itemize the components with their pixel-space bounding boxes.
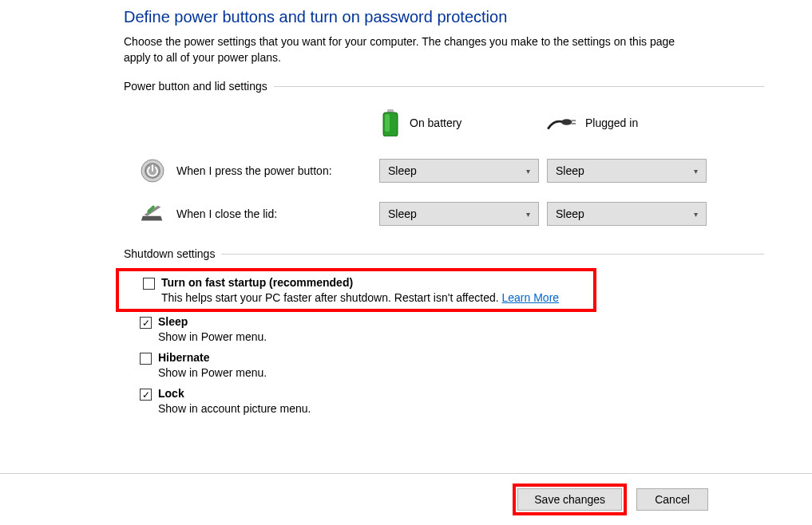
power-button-battery-dropdown[interactable]: Sleep ▾ bbox=[379, 159, 539, 183]
chevron-down-icon: ▾ bbox=[694, 167, 698, 176]
svg-rect-2 bbox=[385, 114, 390, 132]
learn-more-link[interactable]: Learn More bbox=[502, 291, 560, 304]
power-button-icon bbox=[140, 158, 165, 184]
close-lid-battery-dropdown[interactable]: Sleep ▾ bbox=[379, 202, 539, 226]
save-button-highlight: Save changes bbox=[513, 484, 627, 515]
battery-icon bbox=[379, 109, 402, 137]
power-button-label: When I press the power button: bbox=[176, 164, 332, 177]
cancel-button[interactable]: Cancel bbox=[636, 488, 708, 511]
chevron-down-icon: ▾ bbox=[526, 167, 530, 176]
svg-rect-5 bbox=[571, 123, 576, 124]
power-button-row: When I press the power button: bbox=[140, 152, 371, 190]
chevron-down-icon: ▾ bbox=[694, 210, 698, 219]
close-lid-row: When I close the lid: bbox=[140, 196, 371, 231]
lock-checkbox[interactable] bbox=[140, 389, 152, 401]
plugged-in-column-header: Plugged in bbox=[547, 107, 707, 139]
close-lid-plugged-value: Sleep bbox=[556, 207, 584, 220]
hibernate-desc: Show in Power menu. bbox=[158, 366, 764, 379]
lock-label: Lock bbox=[158, 387, 184, 400]
laptop-lid-icon bbox=[140, 203, 165, 225]
hibernate-label: Hibernate bbox=[158, 351, 210, 364]
svg-rect-0 bbox=[387, 109, 394, 112]
sleep-label: Sleep bbox=[158, 315, 188, 328]
shutdown-section-header: Shutdown settings bbox=[124, 247, 764, 260]
on-battery-column-header: On battery bbox=[379, 101, 539, 145]
power-button-battery-value: Sleep bbox=[388, 164, 417, 177]
fast-startup-desc: This helps start your PC faster after sh… bbox=[161, 291, 502, 304]
page-description: Choose the power settings that you want … bbox=[124, 34, 699, 65]
chevron-down-icon: ▾ bbox=[526, 210, 530, 219]
lock-desc: Show in account picture menu. bbox=[158, 402, 764, 415]
button-bar: Save changes Cancel bbox=[0, 473, 812, 525]
hibernate-checkbox[interactable] bbox=[140, 353, 152, 365]
svg-rect-4 bbox=[571, 120, 576, 121]
sleep-checkbox[interactable] bbox=[140, 317, 152, 329]
plugged-in-label: Plugged in bbox=[585, 116, 638, 129]
on-battery-label: On battery bbox=[410, 116, 461, 129]
power-button-plugged-value: Sleep bbox=[556, 164, 584, 177]
fast-startup-highlight: Turn on fast startup (recommended) This … bbox=[116, 268, 596, 312]
fast-startup-checkbox[interactable] bbox=[143, 278, 155, 290]
fast-startup-label: Turn on fast startup (recommended) bbox=[161, 276, 353, 289]
save-changes-button[interactable]: Save changes bbox=[517, 488, 622, 511]
svg-point-3 bbox=[561, 119, 572, 125]
page-title: Define power buttons and turn on passwor… bbox=[124, 8, 764, 26]
shutdown-header-text: Shutdown settings bbox=[124, 247, 221, 260]
sleep-desc: Show in Power menu. bbox=[158, 330, 764, 343]
plug-icon bbox=[547, 115, 577, 131]
power-button-plugged-dropdown[interactable]: Sleep ▾ bbox=[547, 159, 707, 183]
power-lid-header-text: Power button and lid settings bbox=[124, 80, 274, 93]
power-lid-section-header: Power button and lid settings bbox=[124, 80, 764, 93]
close-lid-label: When I close the lid: bbox=[176, 207, 277, 220]
close-lid-plugged-dropdown[interactable]: Sleep ▾ bbox=[547, 202, 707, 226]
close-lid-battery-value: Sleep bbox=[388, 207, 417, 220]
